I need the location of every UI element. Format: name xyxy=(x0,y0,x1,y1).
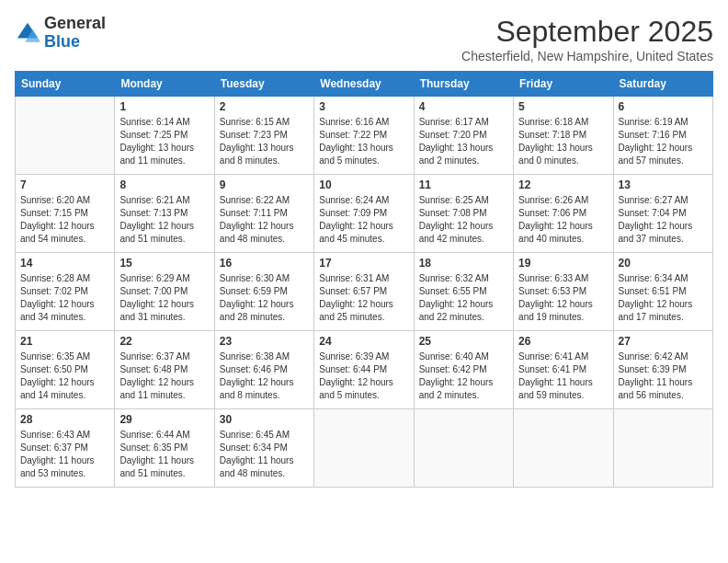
calendar-cell: 5Sunrise: 6:18 AM Sunset: 7:18 PM Daylig… xyxy=(514,97,613,175)
weekday-header-tuesday: Tuesday xyxy=(214,72,313,97)
title-block: September 2025 Chesterfield, New Hampshi… xyxy=(461,15,713,63)
logo-text: General Blue xyxy=(44,15,106,52)
logo-icon xyxy=(15,20,40,46)
weekday-header-thursday: Thursday xyxy=(414,72,513,97)
day-info: Sunrise: 6:30 AM Sunset: 6:59 PM Dayligh… xyxy=(220,272,309,324)
day-number: 30 xyxy=(220,413,309,426)
calendar-cell: 10Sunrise: 6:24 AM Sunset: 7:09 PM Dayli… xyxy=(314,175,414,253)
day-number: 20 xyxy=(619,257,708,270)
day-number: 11 xyxy=(419,178,508,191)
calendar-cell: 12Sunrise: 6:26 AM Sunset: 7:06 PM Dayli… xyxy=(514,175,613,253)
calendar-cell: 21Sunrise: 6:35 AM Sunset: 6:50 PM Dayli… xyxy=(16,331,115,409)
calendar-cell xyxy=(16,97,115,175)
weekday-header-monday: Monday xyxy=(115,72,214,97)
day-info: Sunrise: 6:42 AM Sunset: 6:39 PM Dayligh… xyxy=(619,350,708,402)
day-info: Sunrise: 6:19 AM Sunset: 7:16 PM Dayligh… xyxy=(619,116,708,167)
day-number: 5 xyxy=(518,100,608,113)
calendar-cell: 2Sunrise: 6:15 AM Sunset: 7:23 PM Daylig… xyxy=(214,97,313,175)
day-info: Sunrise: 6:39 AM Sunset: 6:44 PM Dayligh… xyxy=(319,350,408,402)
day-info: Sunrise: 6:22 AM Sunset: 7:11 PM Dayligh… xyxy=(220,194,309,246)
calendar-cell: 22Sunrise: 6:37 AM Sunset: 6:48 PM Dayli… xyxy=(115,331,214,409)
day-info: Sunrise: 6:38 AM Sunset: 6:46 PM Dayligh… xyxy=(220,350,309,402)
location-subtitle: Chesterfield, New Hampshire, United Stat… xyxy=(461,49,713,63)
day-info: Sunrise: 6:41 AM Sunset: 6:41 PM Dayligh… xyxy=(518,350,608,402)
day-info: Sunrise: 6:17 AM Sunset: 7:20 PM Dayligh… xyxy=(419,116,508,167)
weekday-header-friday: Friday xyxy=(514,72,613,97)
day-number: 24 xyxy=(319,335,408,348)
day-number: 26 xyxy=(518,335,608,348)
calendar-week-row: 1Sunrise: 6:14 AM Sunset: 7:25 PM Daylig… xyxy=(16,97,713,175)
day-number: 7 xyxy=(20,178,109,191)
day-info: Sunrise: 6:18 AM Sunset: 7:18 PM Dayligh… xyxy=(518,116,608,167)
weekday-header-wednesday: Wednesday xyxy=(314,72,414,97)
day-number: 9 xyxy=(220,178,309,191)
day-info: Sunrise: 6:29 AM Sunset: 7:00 PM Dayligh… xyxy=(119,272,209,324)
calendar-cell: 25Sunrise: 6:40 AM Sunset: 6:42 PM Dayli… xyxy=(414,331,513,409)
calendar-cell: 17Sunrise: 6:31 AM Sunset: 6:57 PM Dayli… xyxy=(314,253,414,331)
calendar-week-row: 21Sunrise: 6:35 AM Sunset: 6:50 PM Dayli… xyxy=(16,331,713,409)
calendar-cell: 7Sunrise: 6:20 AM Sunset: 7:15 PM Daylig… xyxy=(16,175,115,253)
day-number: 17 xyxy=(319,257,408,270)
day-number: 19 xyxy=(518,257,608,270)
day-number: 2 xyxy=(220,100,309,113)
month-title: September 2025 xyxy=(461,15,713,49)
weekday-header-sunday: Sunday xyxy=(16,72,115,97)
calendar-cell: 9Sunrise: 6:22 AM Sunset: 7:11 PM Daylig… xyxy=(214,175,313,253)
weekday-header-row: SundayMondayTuesdayWednesdayThursdayFrid… xyxy=(16,72,713,97)
day-number: 14 xyxy=(20,257,109,270)
day-info: Sunrise: 6:28 AM Sunset: 7:02 PM Dayligh… xyxy=(20,272,109,324)
calendar-cell: 4Sunrise: 6:17 AM Sunset: 7:20 PM Daylig… xyxy=(414,97,513,175)
day-info: Sunrise: 6:24 AM Sunset: 7:09 PM Dayligh… xyxy=(319,194,408,246)
calendar-cell: 26Sunrise: 6:41 AM Sunset: 6:41 PM Dayli… xyxy=(514,331,613,409)
calendar-week-row: 28Sunrise: 6:43 AM Sunset: 6:37 PM Dayli… xyxy=(16,409,713,488)
day-number: 4 xyxy=(419,100,508,113)
day-info: Sunrise: 6:15 AM Sunset: 7:23 PM Dayligh… xyxy=(220,116,309,167)
calendar-cell: 15Sunrise: 6:29 AM Sunset: 7:00 PM Dayli… xyxy=(115,253,214,331)
weekday-header-saturday: Saturday xyxy=(613,72,712,97)
day-number: 18 xyxy=(419,257,508,270)
day-number: 10 xyxy=(319,178,408,191)
day-number: 15 xyxy=(119,257,209,270)
day-number: 1 xyxy=(119,100,209,113)
day-info: Sunrise: 6:33 AM Sunset: 6:53 PM Dayligh… xyxy=(518,272,608,324)
day-number: 21 xyxy=(20,335,109,348)
day-number: 16 xyxy=(220,257,309,270)
calendar-table: SundayMondayTuesdayWednesdayThursdayFrid… xyxy=(15,71,713,488)
calendar-cell: 24Sunrise: 6:39 AM Sunset: 6:44 PM Dayli… xyxy=(314,331,414,409)
calendar-cell xyxy=(314,409,414,488)
day-number: 28 xyxy=(20,413,109,426)
day-info: Sunrise: 6:40 AM Sunset: 6:42 PM Dayligh… xyxy=(419,350,508,402)
day-info: Sunrise: 6:16 AM Sunset: 7:22 PM Dayligh… xyxy=(319,116,408,167)
day-info: Sunrise: 6:43 AM Sunset: 6:37 PM Dayligh… xyxy=(20,429,109,480)
calendar-cell: 19Sunrise: 6:33 AM Sunset: 6:53 PM Dayli… xyxy=(514,253,613,331)
calendar-cell: 14Sunrise: 6:28 AM Sunset: 7:02 PM Dayli… xyxy=(16,253,115,331)
day-info: Sunrise: 6:45 AM Sunset: 6:34 PM Dayligh… xyxy=(220,429,309,480)
day-info: Sunrise: 6:34 AM Sunset: 6:51 PM Dayligh… xyxy=(619,272,708,324)
day-info: Sunrise: 6:32 AM Sunset: 6:55 PM Dayligh… xyxy=(419,272,508,324)
day-number: 29 xyxy=(119,413,209,426)
day-number: 25 xyxy=(419,335,508,348)
calendar-cell: 11Sunrise: 6:25 AM Sunset: 7:08 PM Dayli… xyxy=(414,175,513,253)
calendar-cell: 29Sunrise: 6:44 AM Sunset: 6:35 PM Dayli… xyxy=(115,409,214,488)
day-info: Sunrise: 6:26 AM Sunset: 7:06 PM Dayligh… xyxy=(518,194,608,246)
calendar-cell: 18Sunrise: 6:32 AM Sunset: 6:55 PM Dayli… xyxy=(414,253,513,331)
day-number: 27 xyxy=(619,335,708,348)
day-info: Sunrise: 6:14 AM Sunset: 7:25 PM Dayligh… xyxy=(119,116,209,167)
day-number: 3 xyxy=(319,100,408,113)
day-number: 13 xyxy=(619,178,708,191)
day-number: 22 xyxy=(119,335,209,348)
calendar-cell: 16Sunrise: 6:30 AM Sunset: 6:59 PM Dayli… xyxy=(214,253,313,331)
day-info: Sunrise: 6:35 AM Sunset: 6:50 PM Dayligh… xyxy=(20,350,109,402)
day-info: Sunrise: 6:44 AM Sunset: 6:35 PM Dayligh… xyxy=(119,429,209,480)
logo-blue: Blue xyxy=(44,32,80,51)
day-info: Sunrise: 6:31 AM Sunset: 6:57 PM Dayligh… xyxy=(319,272,408,324)
logo-general: General xyxy=(44,14,106,32)
calendar-cell: 6Sunrise: 6:19 AM Sunset: 7:16 PM Daylig… xyxy=(613,97,712,175)
day-info: Sunrise: 6:37 AM Sunset: 6:48 PM Dayligh… xyxy=(119,350,209,402)
day-number: 6 xyxy=(619,100,708,113)
logo: General Blue xyxy=(15,15,106,52)
calendar-cell: 13Sunrise: 6:27 AM Sunset: 7:04 PM Dayli… xyxy=(613,175,712,253)
calendar-cell: 23Sunrise: 6:38 AM Sunset: 6:46 PM Dayli… xyxy=(214,331,313,409)
calendar-cell xyxy=(414,409,513,488)
day-info: Sunrise: 6:21 AM Sunset: 7:13 PM Dayligh… xyxy=(119,194,209,246)
